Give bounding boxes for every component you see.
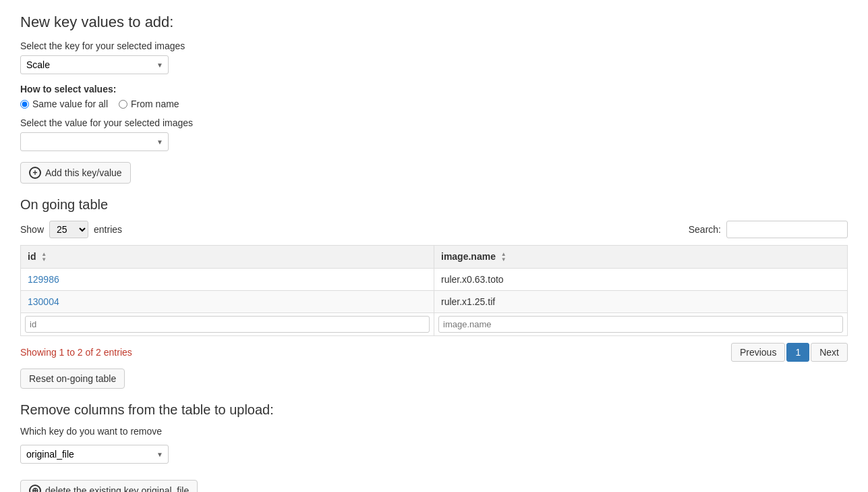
id-link-1[interactable]: 129986 xyxy=(28,274,59,285)
cell-id-2: 130004 xyxy=(21,291,434,313)
id-link-2[interactable]: 130004 xyxy=(28,296,59,307)
add-icon: + xyxy=(29,167,41,179)
next-button[interactable]: Next xyxy=(811,343,848,362)
showing-range: 1 to 2 xyxy=(59,347,83,358)
reset-table-label: Reset on-going table xyxy=(29,373,116,384)
table-header: id ▲▼ image.name ▲▼ xyxy=(21,246,848,269)
which-key-label: Which key do you want to remove xyxy=(20,426,848,437)
sort-icon-imagename: ▲▼ xyxy=(501,252,507,263)
add-key-value-label: Add this key/value xyxy=(45,167,122,178)
remove-section: Remove columns from the table to upload:… xyxy=(20,402,848,492)
radio-group: Same value for all From name xyxy=(20,99,848,109)
sort-icon-id: ▲▼ xyxy=(41,252,47,263)
show-entries-select[interactable]: 10 25 50 100 xyxy=(49,221,88,238)
add-key-value-button[interactable]: + Add this key/value xyxy=(20,162,131,184)
radio-name[interactable] xyxy=(119,100,127,109)
search-input[interactable] xyxy=(726,221,848,238)
col-image-name: image.name ▲▼ xyxy=(434,246,848,269)
previous-button[interactable]: Previous xyxy=(731,343,785,362)
entries-label: entries xyxy=(94,224,122,235)
col-id: id ▲▼ xyxy=(21,246,434,269)
show-label: Show xyxy=(20,224,44,235)
value-select[interactable] xyxy=(20,132,169,151)
how-to-select-label: How to select values: xyxy=(20,84,848,94)
new-key-title: New key values to add: xyxy=(20,13,848,31)
table-row: 129986 ruler.x0.63.toto xyxy=(21,269,848,291)
delete-icon: ⊕ xyxy=(29,485,41,492)
remove-key-select-wrapper: original_file xyxy=(20,445,169,464)
table-body: 129986 ruler.x0.63.toto 130004 ruler.x1.… xyxy=(21,269,848,336)
table-controls-left: Show 10 25 50 100 entries xyxy=(20,221,122,238)
filter-cell-imagename xyxy=(434,313,848,336)
key-label: Select the key for your selected images xyxy=(20,40,848,51)
remove-title: Remove columns from the table to upload: xyxy=(20,402,848,418)
cell-imagename-1: ruler.x0.63.toto xyxy=(434,269,848,291)
delete-key-button[interactable]: ⊕ delete the existing key original_file xyxy=(20,480,198,492)
ongoing-table: id ▲▼ image.name ▲▼ 129986 ruler.x0.63.t… xyxy=(20,245,848,336)
table-controls: Show 10 25 50 100 entries Search: xyxy=(20,221,848,238)
table-row: 130004 ruler.x1.25.tif xyxy=(21,291,848,313)
key-select[interactable]: Scale xyxy=(20,55,169,74)
showing-prefix: Showing xyxy=(20,347,59,358)
radio-name-text: From name xyxy=(131,99,179,109)
showing-count: 2 xyxy=(96,347,101,358)
delete-key-label: delete the existing key original_file xyxy=(45,485,189,492)
pagination: Previous 1 Next xyxy=(731,343,848,362)
new-key-section: New key values to add: Select the key fo… xyxy=(20,13,848,184)
showing-suffix: entries xyxy=(104,347,132,358)
table-header-row: id ▲▼ image.name ▲▼ xyxy=(21,246,848,269)
showing-of: of xyxy=(86,347,96,358)
cell-imagename-2: ruler.x1.25.tif xyxy=(434,291,848,313)
filter-id-input[interactable] xyxy=(25,316,430,333)
filter-row xyxy=(21,313,848,336)
filter-imagename-input[interactable] xyxy=(438,316,843,333)
cell-id-1: 129986 xyxy=(21,269,434,291)
reset-btn-wrapper: Reset on-going table xyxy=(20,368,848,389)
page-1-button[interactable]: 1 xyxy=(786,343,809,362)
table-section: On going table Show 10 25 50 100 entries… xyxy=(20,197,848,389)
table-controls-right: Search: xyxy=(689,221,848,238)
search-label: Search: xyxy=(689,224,721,235)
radio-name-label[interactable]: From name xyxy=(119,99,179,109)
radio-same[interactable] xyxy=(20,100,29,109)
value-select-wrapper xyxy=(20,132,169,151)
table-footer: Showing 1 to 2 of 2 entries Previous 1 N… xyxy=(20,343,848,362)
showing-text: Showing 1 to 2 of 2 entries xyxy=(20,347,132,358)
remove-key-select[interactable]: original_file xyxy=(20,445,169,464)
radio-same-text: Same value for all xyxy=(32,99,108,109)
key-select-wrapper: Scale xyxy=(20,55,169,74)
value-label: Select the value for your selected image… xyxy=(20,117,848,128)
reset-table-button[interactable]: Reset on-going table xyxy=(20,368,125,389)
table-title: On going table xyxy=(20,197,848,213)
filter-cell-id xyxy=(21,313,434,336)
radio-same-label[interactable]: Same value for all xyxy=(20,99,108,109)
